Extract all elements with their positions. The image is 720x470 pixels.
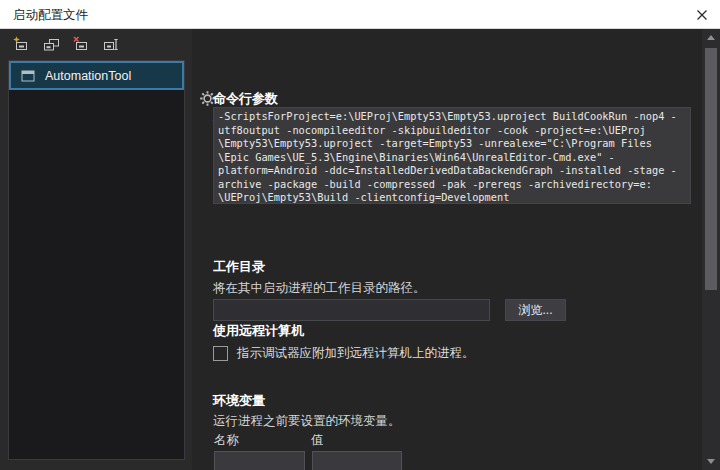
env-value-input[interactable] xyxy=(313,452,401,470)
env-value-field xyxy=(312,451,402,470)
rename-profile-icon xyxy=(102,35,120,53)
remote-machine-checkbox[interactable] xyxy=(213,346,228,361)
working-directory-description: 将在其中启动进程的工作目录的路径。 xyxy=(213,280,426,297)
scroll-down-icon xyxy=(707,459,715,464)
profiles-list: AutomationTool xyxy=(8,60,185,460)
duplicate-profile-icon xyxy=(42,35,60,53)
left-panel: AutomationTool xyxy=(0,29,192,470)
environment-variables-description: 运行进程之前要设置的环境变量。 xyxy=(213,413,401,430)
profiles-toolbar xyxy=(0,29,192,59)
scroll-up-icon xyxy=(707,35,715,40)
duplicate-profile-button[interactable] xyxy=(40,33,62,55)
new-profile-icon xyxy=(12,35,30,53)
browse-button[interactable]: 浏览... xyxy=(505,299,566,321)
launch-profiles-dialog: 启动配置文件 xyxy=(0,0,720,470)
env-name-field xyxy=(214,451,305,470)
command-line-title: 命令行参数 xyxy=(213,90,278,108)
scrollbar-thumb[interactable] xyxy=(705,48,717,290)
delete-profile-icon xyxy=(72,35,90,53)
delete-profile-button[interactable] xyxy=(70,33,92,55)
close-button[interactable] xyxy=(693,6,711,24)
env-name-header: 名称 xyxy=(214,432,239,449)
window-icon xyxy=(21,70,35,82)
working-directory-input[interactable] xyxy=(214,300,489,320)
scrollbar[interactable] xyxy=(702,29,720,470)
env-value-header: 值 xyxy=(311,432,324,449)
new-profile-button[interactable] xyxy=(10,33,32,55)
remote-machine-title: 使用远程计算机 xyxy=(213,322,304,340)
titlebar: 启动配置文件 xyxy=(0,0,720,29)
env-name-input[interactable] xyxy=(215,452,304,470)
profile-item-automationtool[interactable]: AutomationTool xyxy=(9,61,184,90)
settings-panel: 命令行参数 要传递给可执行文件的命令行参数。可以将参数分成多行。 -Script… xyxy=(192,29,702,470)
environment-variables-title: 环境变量 xyxy=(213,392,265,410)
dialog-title: 启动配置文件 xyxy=(13,7,88,24)
command-line-textarea[interactable]: -ScriptsForProject=e:\UEProj\Empty53\Emp… xyxy=(213,107,691,204)
scroll-down-button[interactable] xyxy=(702,453,720,470)
profile-item-label: AutomationTool xyxy=(45,69,131,83)
scroll-up-button[interactable] xyxy=(702,29,720,46)
remote-machine-checkbox-label: 指示调试器应附加到远程计算机上的进程。 xyxy=(237,345,475,362)
working-directory-field xyxy=(213,299,490,321)
close-icon xyxy=(696,9,708,21)
working-directory-title: 工作目录 xyxy=(213,258,265,276)
rename-profile-button[interactable] xyxy=(100,33,122,55)
